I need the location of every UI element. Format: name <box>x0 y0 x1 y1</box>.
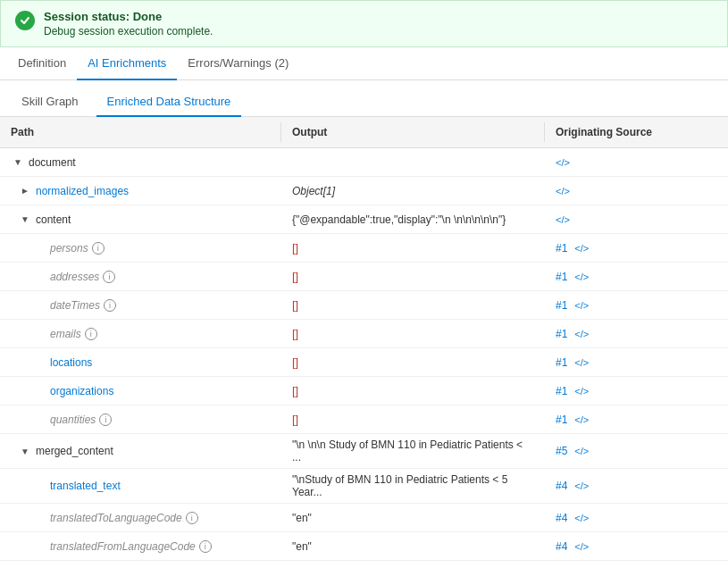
path-cell: addresses i <box>0 266 281 288</box>
path-label[interactable]: organizations <box>50 385 113 397</box>
table-row: locations [] #1 </> <box>0 348 728 377</box>
code-icon[interactable]: </> <box>574 357 589 368</box>
source-cell: #1 </> <box>545 266 728 288</box>
output-cell: "\nStudy of BMN 110 in Pediatric Patient… <box>281 469 545 503</box>
source-badge: #1 <box>556 242 567 255</box>
info-icon[interactable]: i <box>104 299 116 312</box>
output-cell: [] <box>281 322 545 345</box>
code-icon[interactable]: </> <box>574 386 589 397</box>
path-label[interactable]: normalized_images <box>36 185 129 197</box>
code-icon[interactable]: </> <box>574 271 589 282</box>
output-value: [] <box>292 327 298 340</box>
status-title: Session status: Done <box>44 10 213 23</box>
path-cell: translatedFromLanguageCode i <box>0 536 281 557</box>
info-icon[interactable]: i <box>103 271 115 283</box>
table-row: emails i [] #1 </> <box>0 320 728 348</box>
status-text: Session status: Done Debug session execu… <box>44 10 213 38</box>
output-value: "\nStudy of BMN 110 in Pediatric Patient… <box>292 473 534 498</box>
table-row: ▼ merged_content "\n \n\n Study of BMN 1… <box>0 434 728 469</box>
code-icon[interactable]: </> <box>574 329 589 339</box>
code-icon[interactable]: </> <box>574 480 589 491</box>
table-row: persons i [] #1 </> <box>0 234 728 263</box>
path-cell: ► keyphrases <box>0 564 281 569</box>
path-label: dateTimes <box>50 299 100 312</box>
path-cell: dateTimes i <box>0 295 281 316</box>
source-badge: #5 <box>556 445 567 457</box>
output-value: Object[1] <box>292 185 335 197</box>
path-cell: translatedToLanguageCode i <box>0 507 281 529</box>
info-icon[interactable]: i <box>92 242 105 255</box>
sub-tab-bar: Skill Graph Enriched Data Structure <box>0 80 728 117</box>
table-header: Path Output Originating Source <box>0 117 728 148</box>
output-cell: {"@expandable":true,"display":"\n \n\n\n… <box>281 209 545 230</box>
tab-definition[interactable]: Definition <box>7 47 77 80</box>
info-icon[interactable]: i <box>99 413 112 426</box>
output-cell: [] <box>281 380 545 402</box>
output-cell: "en" <box>281 536 545 557</box>
info-icon[interactable]: i <box>186 512 198 524</box>
source-cell: #1 </> <box>545 352 728 373</box>
output-value: {"@expandable":true,"display":"\n \n\n\n… <box>292 213 506 226</box>
output-value: "en" <box>292 540 312 553</box>
table-row: ▼ content {"@expandable":true,"display":… <box>0 205 728 234</box>
source-cell: #1 </> <box>545 409 728 430</box>
code-icon[interactable]: </> <box>556 157 570 168</box>
code-icon[interactable]: </> <box>556 186 570 196</box>
info-icon[interactable]: i <box>199 540 212 553</box>
source-cell: #5 </> <box>545 440 728 462</box>
table-row: translatedToLanguageCode i "en" #4 </> <box>0 504 728 532</box>
table-row: organizations [] #1 </> <box>0 377 728 405</box>
col-source: Originating Source <box>545 122 728 142</box>
table-row: translatedFromLanguageCode i "en" #4 </> <box>0 532 728 561</box>
tab-enriched-data-structure[interactable]: Enriched Data Structure <box>96 88 242 117</box>
path-label: persons <box>50 242 88 255</box>
path-cell: ▼ merged_content <box>0 439 281 463</box>
code-icon[interactable]: </> <box>574 446 589 456</box>
expand-icon[interactable]: ► <box>18 184 32 198</box>
code-icon[interactable]: </> <box>574 243 589 254</box>
expand-icon[interactable]: ▼ <box>11 155 25 170</box>
table-row: ► normalized_images Object[1] </> <box>0 177 728 205</box>
source-cell: </> <box>545 210 728 230</box>
output-cell: "\n \n\n Study of BMN 110 in Pediatric P… <box>281 434 545 468</box>
source-badge: #4 <box>556 512 567 524</box>
tab-skill-graph[interactable]: Skill Graph <box>11 88 89 117</box>
source-badge: #4 <box>556 540 567 553</box>
path-label: merged_content <box>36 445 113 457</box>
output-cell: [] <box>281 351 545 373</box>
code-icon[interactable]: </> <box>574 414 589 425</box>
output-value: [] <box>292 298 298 312</box>
expand-icon[interactable]: ▼ <box>18 444 32 458</box>
output-value: "en" <box>292 512 312 524</box>
col-path: Path <box>0 122 281 142</box>
source-badge: #1 <box>556 385 567 397</box>
data-table: Path Output Originating Source ▼ documen… <box>0 117 728 568</box>
output-cell: Object[1] <box>281 180 545 202</box>
source-cell: #1 </> <box>545 380 728 402</box>
source-cell: </> <box>545 153 728 172</box>
source-badge: #4 <box>556 480 567 492</box>
code-icon[interactable]: </> <box>574 541 589 552</box>
code-icon[interactable]: </> <box>574 513 589 523</box>
tab-errors-warnings[interactable]: Errors/Warnings (2) <box>177 47 299 80</box>
output-value: "\n \n\n Study of BMN 110 in Pediatric P… <box>292 439 534 464</box>
source-cell: #4 </> <box>545 475 728 497</box>
source-cell: #1 </> <box>545 323 728 345</box>
table-row: translated_text "\nStudy of BMN 110 in P… <box>0 469 728 504</box>
expand-icon[interactable]: ▼ <box>18 213 32 227</box>
output-cell: String[20] <box>281 564 545 569</box>
path-label: addresses <box>50 271 99 283</box>
success-icon <box>15 11 35 30</box>
path-label[interactable]: translated_text <box>50 480 121 492</box>
output-cell: [] <box>281 294 545 316</box>
path-label[interactable]: locations <box>50 356 92 369</box>
code-icon[interactable]: </> <box>556 214 570 225</box>
code-icon[interactable]: </> <box>574 300 589 311</box>
info-icon[interactable]: i <box>85 328 97 340</box>
output-cell: [] <box>281 237 545 259</box>
path-cell: ▼ content <box>0 208 281 231</box>
source-cell: </> <box>545 181 728 201</box>
source-cell: #4 </> <box>545 536 728 557</box>
tab-ai-enrichments[interactable]: AI Enrichments <box>77 47 177 80</box>
path-label: quantities <box>50 413 96 426</box>
